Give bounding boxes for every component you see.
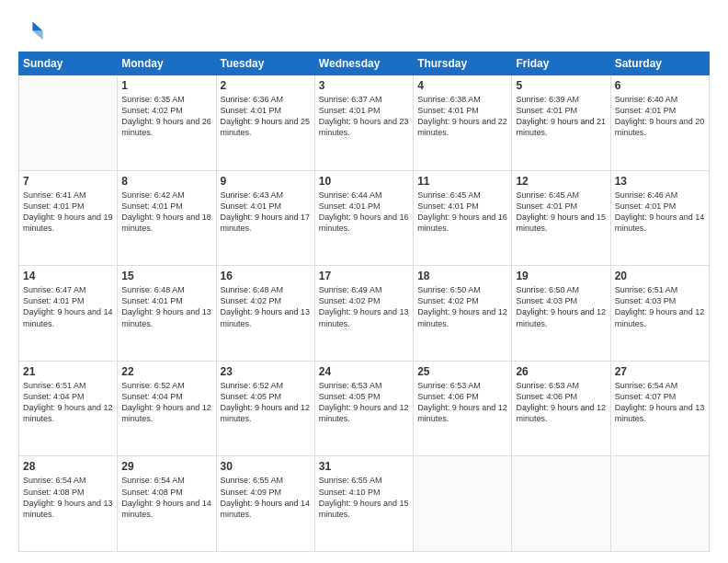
logo-icon bbox=[18, 17, 44, 42]
day-number: 21 bbox=[23, 365, 113, 378]
day-info: Sunrise: 6:49 AMSunset: 4:02 PMDaylight:… bbox=[319, 284, 409, 329]
day-number: 17 bbox=[319, 270, 409, 282]
day-number: 26 bbox=[516, 365, 606, 378]
day-info: Sunrise: 6:43 AMSunset: 4:01 PMDaylight:… bbox=[221, 190, 311, 235]
calendar-cell: 24Sunrise: 6:53 AMSunset: 4:05 PMDayligh… bbox=[314, 361, 413, 456]
calendar-cell: 16Sunrise: 6:48 AMSunset: 4:02 PMDayligh… bbox=[216, 266, 314, 362]
calendar-cell bbox=[610, 456, 709, 552]
day-number: 24 bbox=[319, 365, 409, 378]
day-number: 6 bbox=[615, 79, 705, 92]
day-info: Sunrise: 6:54 AMSunset: 4:08 PMDaylight:… bbox=[23, 475, 113, 520]
calendar-header: SundayMondayTuesdayWednesdayThursdayFrid… bbox=[19, 52, 710, 75]
header-day-monday: Monday bbox=[118, 52, 216, 75]
day-info: Sunrise: 6:54 AMSunset: 4:07 PMDaylight:… bbox=[615, 380, 705, 425]
day-info: Sunrise: 6:47 AMSunset: 4:01 PMDaylight:… bbox=[23, 284, 113, 329]
day-info: Sunrise: 6:35 AMSunset: 4:02 PMDaylight:… bbox=[121, 94, 211, 139]
header-day-saturday: Saturday bbox=[610, 52, 709, 75]
day-number: 8 bbox=[121, 175, 211, 188]
calendar-cell bbox=[414, 456, 512, 552]
header-day-sunday: Sunday bbox=[19, 52, 118, 75]
header bbox=[18, 17, 710, 42]
calendar-cell: 11Sunrise: 6:45 AMSunset: 4:01 PMDayligh… bbox=[414, 170, 512, 266]
svg-marker-1 bbox=[32, 30, 42, 40]
day-number: 3 bbox=[319, 79, 409, 92]
calendar-cell: 1Sunrise: 6:35 AMSunset: 4:02 PMDaylight… bbox=[118, 75, 216, 171]
calendar-cell: 18Sunrise: 6:50 AMSunset: 4:02 PMDayligh… bbox=[414, 266, 512, 362]
day-info: Sunrise: 6:39 AMSunset: 4:01 PMDaylight:… bbox=[516, 94, 606, 139]
logo bbox=[18, 17, 48, 42]
calendar-cell: 7Sunrise: 6:41 AMSunset: 4:01 PMDaylight… bbox=[19, 170, 118, 266]
calendar-cell: 30Sunrise: 6:55 AMSunset: 4:09 PMDayligh… bbox=[216, 456, 314, 552]
day-number: 19 bbox=[516, 270, 606, 282]
day-info: Sunrise: 6:40 AMSunset: 4:01 PMDaylight:… bbox=[615, 94, 705, 139]
calendar-cell bbox=[19, 75, 118, 171]
header-day-friday: Friday bbox=[512, 52, 610, 75]
calendar-cell: 19Sunrise: 6:50 AMSunset: 4:03 PMDayligh… bbox=[512, 266, 610, 362]
week-row-2: 14Sunrise: 6:47 AMSunset: 4:01 PMDayligh… bbox=[19, 266, 710, 362]
week-row-3: 21Sunrise: 6:51 AMSunset: 4:04 PMDayligh… bbox=[19, 361, 710, 456]
day-number: 22 bbox=[121, 365, 211, 378]
week-row-4: 28Sunrise: 6:54 AMSunset: 4:08 PMDayligh… bbox=[19, 456, 710, 552]
day-number: 14 bbox=[23, 270, 113, 282]
week-row-1: 7Sunrise: 6:41 AMSunset: 4:01 PMDaylight… bbox=[19, 170, 710, 266]
day-number: 29 bbox=[121, 460, 211, 473]
calendar-cell: 27Sunrise: 6:54 AMSunset: 4:07 PMDayligh… bbox=[610, 361, 709, 456]
day-number: 15 bbox=[121, 270, 211, 282]
day-info: Sunrise: 6:50 AMSunset: 4:03 PMDaylight:… bbox=[516, 284, 606, 329]
day-info: Sunrise: 6:54 AMSunset: 4:08 PMDaylight:… bbox=[121, 475, 211, 520]
day-info: Sunrise: 6:37 AMSunset: 4:01 PMDaylight:… bbox=[319, 94, 409, 139]
day-info: Sunrise: 6:38 AMSunset: 4:01 PMDaylight:… bbox=[417, 94, 507, 139]
calendar-cell: 26Sunrise: 6:53 AMSunset: 4:06 PMDayligh… bbox=[512, 361, 610, 456]
calendar-cell: 4Sunrise: 6:38 AMSunset: 4:01 PMDaylight… bbox=[414, 75, 512, 171]
calendar-cell: 9Sunrise: 6:43 AMSunset: 4:01 PMDaylight… bbox=[216, 170, 314, 266]
day-number: 20 bbox=[615, 270, 705, 282]
day-info: Sunrise: 6:52 AMSunset: 4:05 PMDaylight:… bbox=[221, 380, 311, 425]
day-number: 1 bbox=[121, 79, 211, 92]
day-info: Sunrise: 6:48 AMSunset: 4:02 PMDaylight:… bbox=[221, 284, 311, 329]
day-info: Sunrise: 6:53 AMSunset: 4:06 PMDaylight:… bbox=[417, 380, 507, 425]
header-day-thursday: Thursday bbox=[414, 52, 512, 75]
calendar-cell: 28Sunrise: 6:54 AMSunset: 4:08 PMDayligh… bbox=[19, 456, 118, 552]
day-info: Sunrise: 6:51 AMSunset: 4:03 PMDaylight:… bbox=[615, 284, 705, 329]
day-number: 16 bbox=[221, 270, 311, 282]
day-number: 31 bbox=[319, 460, 409, 473]
calendar-cell: 10Sunrise: 6:44 AMSunset: 4:01 PMDayligh… bbox=[314, 170, 413, 266]
calendar-cell: 29Sunrise: 6:54 AMSunset: 4:08 PMDayligh… bbox=[118, 456, 216, 552]
calendar-cell: 31Sunrise: 6:55 AMSunset: 4:10 PMDayligh… bbox=[314, 456, 413, 552]
calendar-cell: 15Sunrise: 6:48 AMSunset: 4:01 PMDayligh… bbox=[118, 266, 216, 362]
day-number: 23 bbox=[221, 365, 311, 378]
page: SundayMondayTuesdayWednesdayThursdayFrid… bbox=[0, 0, 728, 563]
day-info: Sunrise: 6:41 AMSunset: 4:01 PMDaylight:… bbox=[23, 190, 113, 235]
calendar-cell: 12Sunrise: 6:45 AMSunset: 4:01 PMDayligh… bbox=[512, 170, 610, 266]
calendar-cell bbox=[512, 456, 610, 552]
header-day-wednesday: Wednesday bbox=[314, 52, 413, 75]
day-number: 5 bbox=[516, 79, 606, 92]
calendar-body: 1Sunrise: 6:35 AMSunset: 4:02 PMDaylight… bbox=[19, 75, 710, 552]
calendar-cell: 2Sunrise: 6:36 AMSunset: 4:01 PMDaylight… bbox=[216, 75, 314, 171]
calendar-cell: 14Sunrise: 6:47 AMSunset: 4:01 PMDayligh… bbox=[19, 266, 118, 362]
day-info: Sunrise: 6:55 AMSunset: 4:10 PMDaylight:… bbox=[319, 475, 409, 520]
day-info: Sunrise: 6:50 AMSunset: 4:02 PMDaylight:… bbox=[417, 284, 507, 329]
calendar-cell: 20Sunrise: 6:51 AMSunset: 4:03 PMDayligh… bbox=[610, 266, 709, 362]
day-info: Sunrise: 6:46 AMSunset: 4:01 PMDaylight:… bbox=[615, 190, 705, 235]
day-info: Sunrise: 6:42 AMSunset: 4:01 PMDaylight:… bbox=[121, 190, 211, 235]
day-info: Sunrise: 6:53 AMSunset: 4:05 PMDaylight:… bbox=[319, 380, 409, 425]
day-info: Sunrise: 6:44 AMSunset: 4:01 PMDaylight:… bbox=[319, 190, 409, 235]
day-info: Sunrise: 6:53 AMSunset: 4:06 PMDaylight:… bbox=[516, 380, 606, 425]
day-number: 9 bbox=[221, 175, 311, 188]
header-day-tuesday: Tuesday bbox=[216, 52, 314, 75]
calendar-cell: 17Sunrise: 6:49 AMSunset: 4:02 PMDayligh… bbox=[314, 266, 413, 362]
day-info: Sunrise: 6:45 AMSunset: 4:01 PMDaylight:… bbox=[516, 190, 606, 235]
day-info: Sunrise: 6:52 AMSunset: 4:04 PMDaylight:… bbox=[121, 380, 211, 425]
header-row: SundayMondayTuesdayWednesdayThursdayFrid… bbox=[19, 52, 710, 75]
day-info: Sunrise: 6:45 AMSunset: 4:01 PMDaylight:… bbox=[417, 190, 507, 235]
day-number: 7 bbox=[23, 175, 113, 188]
calendar-cell: 23Sunrise: 6:52 AMSunset: 4:05 PMDayligh… bbox=[216, 361, 314, 456]
calendar-cell: 25Sunrise: 6:53 AMSunset: 4:06 PMDayligh… bbox=[414, 361, 512, 456]
day-info: Sunrise: 6:48 AMSunset: 4:01 PMDaylight:… bbox=[121, 284, 211, 329]
calendar-cell: 21Sunrise: 6:51 AMSunset: 4:04 PMDayligh… bbox=[19, 361, 118, 456]
calendar-cell: 5Sunrise: 6:39 AMSunset: 4:01 PMDaylight… bbox=[512, 75, 610, 171]
day-number: 30 bbox=[221, 460, 311, 473]
day-info: Sunrise: 6:55 AMSunset: 4:09 PMDaylight:… bbox=[221, 475, 311, 520]
day-number: 12 bbox=[516, 175, 606, 188]
